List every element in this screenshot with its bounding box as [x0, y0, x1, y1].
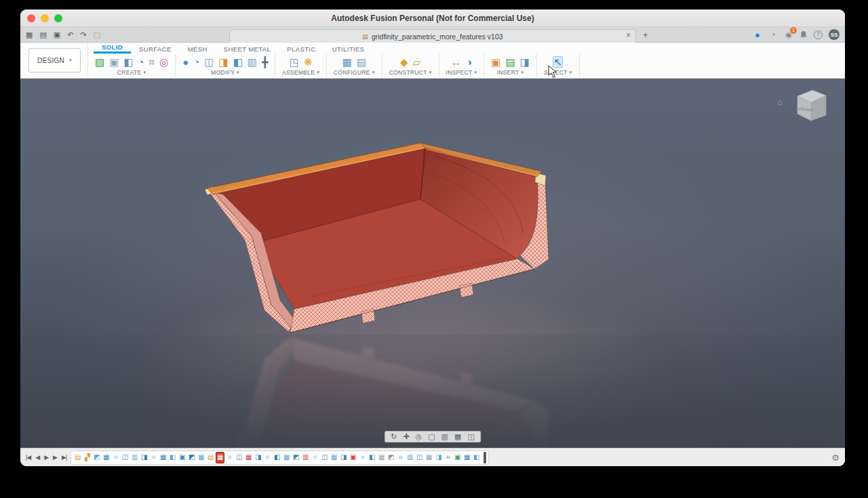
timeline-feature-icon[interactable]: ⌗ — [311, 452, 319, 463]
insert-derive-icon[interactable]: ▣ — [491, 57, 500, 67]
timeline-feature-icon[interactable]: ◫ — [121, 452, 130, 463]
tab-plastic[interactable]: PLASTIC — [279, 44, 323, 54]
combine-icon[interactable]: ◨ — [218, 57, 228, 67]
save-icon[interactable]: ▣ — [54, 31, 60, 39]
tab-solid[interactable]: SOLID — [94, 42, 131, 54]
timeline-feature-icon[interactable]: ▞ — [83, 452, 92, 463]
go-to-start-button[interactable]: |◀ — [26, 455, 31, 461]
revolve-icon[interactable]: ◔ — [138, 57, 144, 67]
timeline-feature-icon[interactable]: ▦ — [244, 452, 253, 463]
orbit-icon[interactable]: ↻ — [391, 433, 397, 440]
zoom-icon[interactable]: ◎ — [416, 433, 422, 440]
undo-icon[interactable]: ↶ — [67, 31, 73, 39]
new-tab-button[interactable]: + — [643, 30, 648, 40]
tab-mesh[interactable]: MESH — [180, 44, 216, 54]
timeline-feature-icon[interactable]: ▦ — [102, 452, 111, 463]
data-panel-icon[interactable]: ▦ — [26, 31, 33, 39]
close-window-button[interactable] — [27, 14, 35, 22]
timeline-feature-icon[interactable]: ⌗ — [149, 452, 158, 463]
timeline-feature-icon[interactable]: ◩ — [292, 452, 300, 463]
notifications-bell-icon[interactable] — [800, 30, 808, 39]
group-label-assemble[interactable]: ASSEMBLE ▾ — [282, 69, 319, 77]
document-tab[interactable]: ▤ gridfinity_parametric_more_features v1… — [229, 29, 636, 43]
pattern-icon[interactable]: ⌗ — [149, 57, 155, 67]
extrude-icon[interactable]: ◧ — [123, 57, 133, 67]
joint-icon[interactable]: ❋ — [304, 57, 313, 67]
extensions-icon[interactable]: ● — [753, 30, 762, 39]
timeline-playhead[interactable] — [484, 452, 486, 463]
minimize-window-button[interactable] — [41, 14, 49, 22]
timeline-feature-icon[interactable]: ▦ — [159, 452, 167, 463]
tab-utilities[interactable]: UTILITIES — [324, 44, 373, 54]
display-settings-icon[interactable]: ▥ — [441, 433, 448, 440]
insert-mesh-icon[interactable]: ▤ — [506, 57, 515, 67]
group-label-inspect[interactable]: INSPECT ▾ — [446, 69, 477, 77]
pan-icon[interactable]: ✚ — [403, 433, 409, 440]
timeline-feature-icon[interactable]: ▦ — [282, 452, 291, 463]
workspace-switcher[interactable]: DESIGN ▾ — [28, 48, 81, 72]
timeline-feature-icon[interactable]: ◧ — [368, 452, 376, 463]
viewports-icon[interactable]: ◫ — [467, 433, 474, 440]
timeline-feature-icon[interactable]: ▦ — [377, 452, 386, 463]
timeline-feature-icon[interactable]: ▦ — [197, 452, 205, 463]
fit-icon[interactable]: ▢ — [428, 433, 435, 440]
timeline-feature-icon[interactable]: ▤ — [73, 452, 82, 463]
group-label-select[interactable]: SELECT ▾ — [544, 69, 572, 77]
timeline-feature-icon[interactable]: ▥ — [406, 452, 414, 463]
viewport[interactable]: ⌂ FRONT ↻ ✚ ◎ ▢ ▥ ▦ — [20, 79, 845, 448]
timeline-feature-icon[interactable]: ⌗ — [443, 452, 452, 463]
timeline-feature-icon[interactable]: ▦ — [216, 452, 224, 463]
timeline-feature-icon[interactable]: ◨ — [434, 452, 443, 463]
press-pull-icon[interactable]: ● — [182, 57, 189, 67]
zoom-window-button[interactable] — [54, 14, 62, 22]
timeline-feature-icon[interactable]: ◩ — [387, 452, 395, 463]
group-label-insert[interactable]: INSERT ▾ — [491, 69, 530, 77]
timeline-feature-icon[interactable]: ◩ — [187, 452, 196, 463]
group-label-modify[interactable]: MODIFY ▾ — [182, 69, 268, 77]
timeline-feature-icon[interactable]: ▣ — [349, 452, 357, 463]
play-button[interactable]: ▶ — [44, 455, 48, 461]
timeline-feature-icon[interactable]: ▦ — [330, 452, 338, 463]
timeline-feature-icon[interactable]: ◧ — [472, 452, 481, 463]
user-avatar[interactable]: SS — [829, 29, 840, 40]
timeline-feature-icon[interactable]: ◨ — [140, 452, 149, 463]
offset-plane-icon[interactable]: ▱ — [413, 57, 421, 67]
timeline-feature-icon[interactable]: ▥ — [301, 452, 310, 463]
timeline-feature-icon[interactable]: ▦ — [425, 452, 433, 463]
measure-icon[interactable]: ↔ — [451, 57, 461, 67]
timeline-feature-icon[interactable]: ◨ — [339, 452, 348, 463]
timeline-feature-icon[interactable]: ⌗ — [111, 452, 120, 463]
timeline-feature-icon[interactable]: ▤ — [206, 452, 215, 463]
timeline-feature-icon[interactable]: ▥ — [130, 452, 139, 463]
grid-settings-icon[interactable]: ▦ — [454, 433, 461, 440]
align-icon[interactable]: ▥ — [248, 57, 257, 67]
canvas-icon[interactable]: ◨ — [520, 57, 530, 67]
timeline-feature-icon[interactable]: ⌗ — [225, 452, 234, 463]
timeline-feature-icon[interactable]: ◩ — [92, 452, 101, 463]
box-primitive-icon[interactable]: ▣ — [109, 57, 119, 67]
timeline-feature-icon[interactable]: ◨ — [254, 452, 262, 463]
timeline-feature-icon[interactable]: ◫ — [235, 452, 243, 463]
model-canvas[interactable] — [20, 79, 845, 448]
timeline-feature-icon[interactable]: ▦ — [462, 452, 471, 463]
viewcube-home-icon[interactable]: ⌂ — [777, 98, 782, 107]
timeline-feature-icon[interactable]: ◧ — [273, 452, 281, 463]
viewcube[interactable]: ⌂ FRONT — [777, 85, 837, 127]
fillet-icon[interactable]: ◔ — [193, 57, 199, 67]
go-to-end-button[interactable]: ▶| — [62, 455, 66, 461]
move-copy-icon[interactable]: ╋ — [262, 57, 268, 67]
shell-icon[interactable]: ◫ — [204, 57, 214, 67]
create-sketch-icon[interactable]: ▧ — [95, 57, 104, 67]
timeline-feature-icon[interactable]: ▣ — [178, 452, 186, 463]
help-icon[interactable]: ? — [814, 30, 823, 39]
group-label-construct[interactable]: CONSTRUCT ▾ — [389, 69, 432, 77]
job-status-icon[interactable]: ◔ — [768, 30, 778, 39]
select-cursor-icon[interactable]: ↖ — [553, 56, 563, 68]
new-component-icon[interactable]: ◳ — [290, 57, 299, 67]
close-tab-icon[interactable]: × — [626, 31, 631, 39]
construction-plane-icon[interactable]: ◆ — [400, 57, 408, 67]
split-body-icon[interactable]: ◧ — [233, 57, 243, 67]
timeline-feature-icon[interactable]: ◧ — [168, 452, 177, 463]
timeline-feature-icon[interactable]: ⌗ — [358, 452, 367, 463]
timeline-feature-icon[interactable]: ◫ — [320, 452, 329, 463]
